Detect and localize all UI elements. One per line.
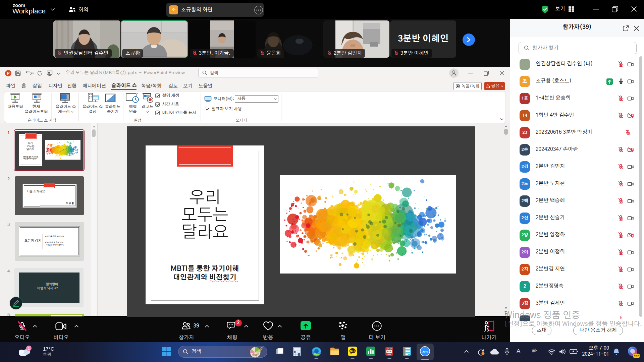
svg-text:PRE: PRE xyxy=(634,355,639,358)
svg-text:PDF: PDF xyxy=(387,350,391,353)
svg-text:1: 1 xyxy=(28,346,30,350)
svg-text:zm: zm xyxy=(422,350,428,354)
svg-text:TALK: TALK xyxy=(350,350,356,352)
svg-text:P: P xyxy=(7,71,9,76)
